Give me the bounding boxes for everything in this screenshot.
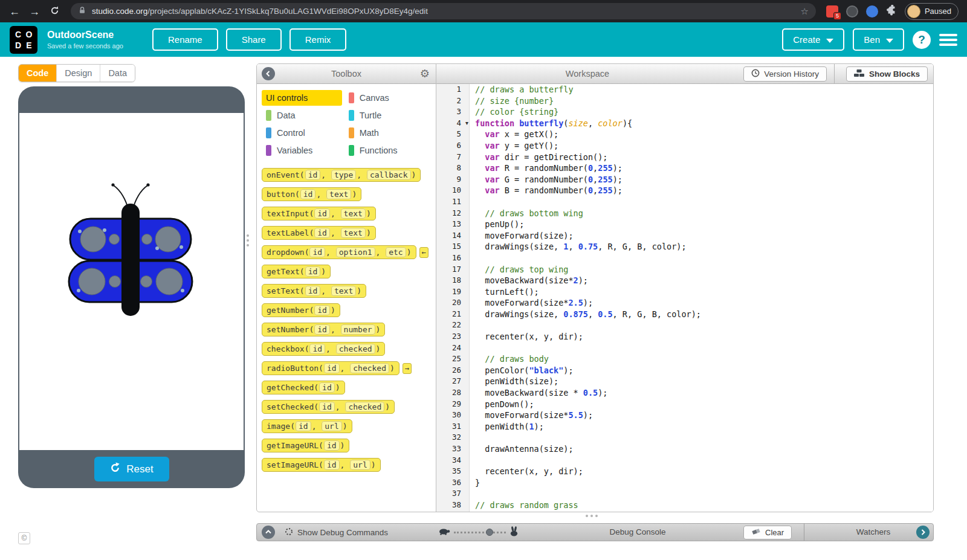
toolbox-block-button[interactable]: button(id, text) [262,187,361,201]
code-line[interactable]: 22 [436,320,933,331]
line-number[interactable]: 11 [436,196,469,208]
run-speed-slider[interactable] [438,524,519,541]
toolbox-block-textLabel[interactable]: textLabel(id, text) [262,226,376,240]
toolbox-category-ui-controls[interactable]: UI controls [262,90,342,106]
toolbox-block-checkbox[interactable]: checkbox(id, checked) [262,342,385,356]
user-menu-button[interactable]: Ben [853,28,904,51]
code-line[interactable]: 39// colorful stripes [436,511,933,512]
bookmark-star-icon[interactable]: ☆ [800,6,808,17]
toolbox-block-getImageURL[interactable]: getImageURL(id) [262,439,349,452]
toolbox-block-setChecked[interactable]: setChecked(id, checked) [262,400,395,414]
code-line[interactable]: 2// size {number} [436,95,933,107]
toolbox-block-getText[interactable]: getText(id) [262,265,331,278]
panel-splitter-handle[interactable] [247,234,249,246]
line-number[interactable]: 12 [436,208,469,219]
remix-button[interactable]: Remix [289,28,347,51]
toolbox-settings-gear-icon[interactable]: ⚙ [420,66,430,81]
forward-icon[interactable]: → [28,6,40,17]
line-number[interactable]: 36 [436,477,469,489]
toolbox-block-getChecked[interactable]: getChecked(id) [262,381,345,394]
fold-caret-icon[interactable]: ▾ [465,118,468,129]
toolbox-block-image[interactable]: image(id, url) [262,419,352,433]
line-number[interactable]: 2 [436,95,469,107]
tab-code[interactable]: Code [19,65,56,82]
tab-data[interactable]: Data [100,65,135,82]
toolbox-category-turtle[interactable]: Turtle [344,108,431,123]
code-line[interactable]: 20 moveForward(size*2.5); [436,297,933,309]
line-number[interactable]: 7 [436,152,469,163]
code-line[interactable]: 23 recenter(x, y, dir); [436,331,933,343]
code-line[interactable]: 16 [436,253,933,264]
code-line[interactable]: 11 [436,196,933,208]
expand-debug-button[interactable] [262,526,275,539]
code-line[interactable]: 34 [436,455,933,466]
extension-icon-blue[interactable] [866,5,878,18]
code-line[interactable]: 33 drawAntenna(size); [436,443,933,455]
line-number[interactable]: 20 [436,297,469,309]
collapse-toolbox-button[interactable] [262,67,275,80]
line-number[interactable]: 34 [436,455,469,466]
rename-button[interactable]: Rename [152,28,218,51]
extension-icon-dark[interactable] [846,5,858,18]
code-line[interactable]: 8 var R = randomNumber(0,255); [436,163,933,174]
line-number[interactable]: 32 [436,432,469,443]
code-line[interactable]: 15 drawWings(size, 1, 0.75, R, G, B, col… [436,241,933,253]
show-blocks-button[interactable]: Show Blocks [846,66,928,82]
line-number[interactable]: 19 [436,286,469,298]
line-number[interactable]: 14 [436,230,469,242]
tab-design[interactable]: Design [56,65,100,82]
line-number[interactable]: 25 [436,353,469,365]
debug-splitter-handle[interactable] [586,515,598,517]
line-number[interactable]: 9 [436,174,469,185]
line-number[interactable]: 5 [436,129,469,140]
speed-slider-knob[interactable] [486,529,493,536]
code-line[interactable]: 7 var dir = getDirection(); [436,152,933,163]
line-number[interactable]: 26 [436,365,469,376]
code-org-logo[interactable]: C O D E [10,26,37,54]
code-line[interactable]: 18 moveBackward(size*2); [436,275,933,286]
clear-console-button[interactable]: Clear [743,526,792,539]
toolbox-block-setNumber[interactable]: setNumber(id, number) [262,323,385,336]
copyright-icon[interactable]: © [18,532,30,544]
help-button[interactable]: ? [913,31,931,49]
line-number[interactable]: 22 [436,320,469,331]
speed-slider-track[interactable] [454,532,506,533]
code-line[interactable]: 4▾function butterfly(size, color){ [436,118,933,129]
line-number[interactable]: 16 [436,253,469,264]
line-number[interactable]: 33 [436,443,469,455]
line-number[interactable]: 37 [436,488,469,500]
code-line[interactable]: 5 var x = getX(); [436,129,933,140]
line-number[interactable]: 24 [436,343,469,354]
code-line[interactable]: 36} [436,477,933,489]
extension-icon-red[interactable]: 5 [826,5,838,18]
code-line[interactable]: 31 penWidth(1); [436,421,933,433]
toolbox-category-variables[interactable]: Variables [262,143,342,158]
line-number[interactable]: 39 [436,511,469,512]
code-line[interactable]: 19 turnLeft(); [436,286,933,298]
toolbox-block-getNumber[interactable]: getNumber(id) [262,303,340,317]
code-line[interactable]: 21 drawWings(size, 0.875, 0.5, R, G, B, … [436,309,933,320]
profile-paused-pill[interactable]: Paused [905,3,959,20]
line-number[interactable]: 4▾ [436,118,469,129]
line-number[interactable]: 31 [436,421,469,433]
line-number[interactable]: 35 [436,466,469,477]
code-line[interactable]: 10 var B = randomNumber(0,255); [436,185,933,196]
line-number[interactable]: 8 [436,163,469,174]
line-number[interactable]: 28 [436,387,469,399]
code-line[interactable]: 32 [436,432,933,443]
line-number[interactable]: 1 [436,84,469,95]
code-line[interactable]: 30 moveForward(size*5.5); [436,410,933,421]
code-line[interactable]: 24 [436,343,933,354]
code-line[interactable]: 13 penUp(); [436,219,933,230]
line-number[interactable]: 17 [436,264,469,275]
hamburger-menu-icon[interactable] [939,34,957,46]
toolbox-category-canvas[interactable]: Canvas [344,90,431,106]
app-preview-screen[interactable] [19,113,244,450]
code-line[interactable]: 12 // draws bottom wing [436,208,933,219]
code-line[interactable]: 35 recenter(x, y, dir); [436,466,933,477]
code-line[interactable]: 25 // draws body [436,353,933,365]
toolbox-block-radioButton[interactable]: radioButton(id, checked) [262,361,399,375]
code-line[interactable]: 27 penWidth(size); [436,376,933,387]
back-icon[interactable]: ← [8,6,21,17]
line-number[interactable]: 18 [436,275,469,286]
